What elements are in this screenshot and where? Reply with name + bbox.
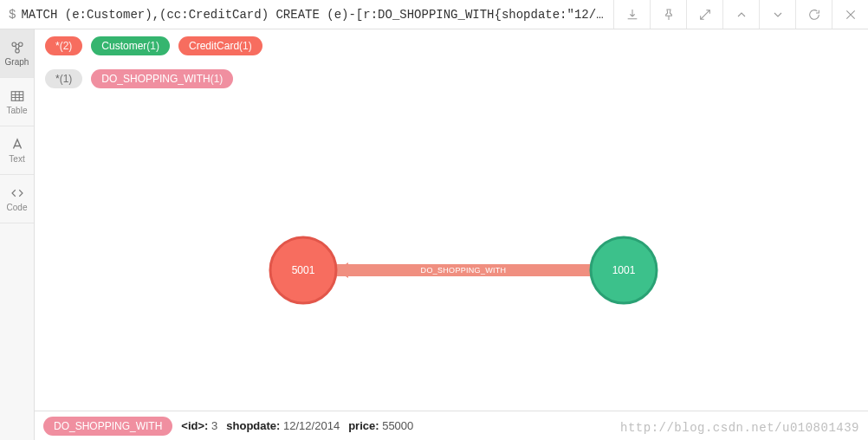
selection-prop-key: <id>:	[181, 419, 208, 432]
graph-node-label: 5001	[292, 264, 315, 276]
graph-icon	[10, 40, 25, 55]
text-icon	[10, 137, 25, 152]
selection-type-label: DO_SHOPPING_WITH	[54, 420, 162, 432]
legend-label: CreditCard	[189, 40, 239, 52]
side-tab-text[interactable]: Text	[0, 126, 34, 175]
inspector-bar: DO_SHOPPING_WITH <id>: 3 shopdate: 12/12…	[35, 411, 868, 440]
chevron-up-icon[interactable]	[722, 0, 759, 29]
close-icon[interactable]	[832, 0, 868, 29]
top-actions	[613, 0, 868, 29]
legend-count: (1)	[211, 73, 223, 85]
topbar: $ MATCH (e:Customer),(cc:CreditCard) CRE…	[0, 0, 868, 29]
side-tab-label: Code	[7, 204, 28, 212]
selection-prop-key: price:	[348, 419, 379, 432]
legend-all-nodes[interactable]: * (2)	[45, 36, 82, 55]
query-text[interactable]: MATCH (e:Customer),(cc:CreditCard) CREAT…	[21, 8, 613, 22]
side-tab-label: Text	[9, 155, 24, 164]
graph-node-label: 1001	[612, 264, 636, 276]
legend-rel-do-shopping-with[interactable]: DO_SHOPPING_WITH (1)	[91, 69, 233, 88]
code-icon	[10, 185, 25, 201]
selection-prop-value: 55000	[382, 419, 413, 432]
expand-icon[interactable]	[686, 0, 722, 29]
side-tab-code[interactable]: Code	[0, 175, 34, 223]
sidebar: Graph Table Text Code	[0, 29, 35, 440]
table-icon	[10, 88, 25, 104]
selection-prop-value: 3	[211, 419, 217, 432]
legend-label-customer[interactable]: Customer (1)	[91, 36, 170, 55]
side-tab-graph[interactable]: Graph	[0, 29, 34, 78]
legend-label: DO_SHOPPING_WITH	[101, 73, 210, 85]
graph-canvas[interactable]: DO_SHOPPING_WITH10015001	[35, 92, 868, 411]
legend-count: (1)	[239, 40, 252, 52]
selection-type-pill[interactable]: DO_SHOPPING_WITH	[43, 417, 172, 436]
graph-svg: DO_SHOPPING_WITH10015001	[35, 93, 868, 411]
legend-count: (1)	[60, 73, 73, 85]
pin-icon[interactable]	[650, 0, 686, 29]
side-tab-label: Table	[7, 107, 28, 115]
app-body: Graph Table Text Code *	[0, 29, 868, 440]
main-pane: * (2) Customer (1) CreditCard (1) * (1) …	[35, 29, 868, 440]
legend-count: (1)	[146, 40, 159, 52]
download-icon[interactable]	[613, 0, 650, 29]
side-tab-label: Graph	[5, 58, 29, 67]
selection-prop: price: 55000	[348, 419, 413, 432]
selection-prop-value: 12/12/2014	[283, 419, 340, 432]
svg-point-2	[15, 49, 19, 54]
svg-rect-3	[11, 92, 23, 101]
rerun-icon[interactable]	[795, 0, 832, 29]
legend: * (2) Customer (1) CreditCard (1) * (1) …	[35, 29, 868, 92]
chevron-down-icon[interactable]	[759, 0, 795, 29]
selection-prop: shopdate: 12/12/2014	[226, 419, 340, 432]
graph-edge-label: DO_SHOPPING_WITH	[421, 266, 507, 275]
side-tab-table[interactable]: Table	[0, 78, 34, 126]
legend-label: Customer	[101, 40, 146, 52]
selection-prop-key: shopdate:	[226, 419, 280, 432]
selection-prop: <id>: 3	[181, 419, 217, 432]
legend-count: (2)	[60, 40, 73, 52]
legend-all-rels[interactable]: * (1)	[45, 69, 82, 88]
legend-label-creditcard[interactable]: CreditCard (1)	[178, 36, 262, 55]
query-prompt: $	[0, 8, 21, 22]
